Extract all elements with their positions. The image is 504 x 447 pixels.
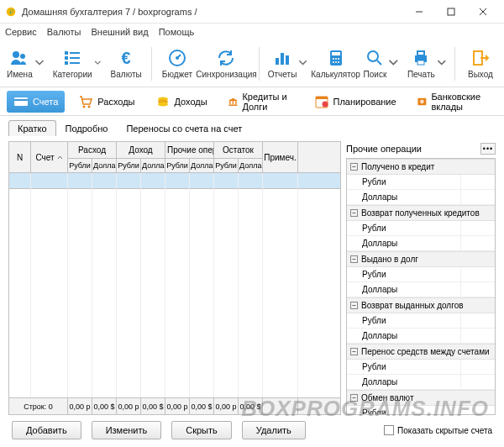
toolbar-print[interactable]: Печать — [407, 48, 446, 79]
svg-point-23 — [333, 58, 334, 60]
tree-row[interactable]: Доллары — [347, 282, 495, 297]
tree-row[interactable]: Доллары — [347, 190, 495, 205]
maximize-button[interactable] — [435, 2, 467, 22]
tree-row[interactable]: Рубли — [347, 360, 495, 375]
tree-row[interactable]: Рубли — [347, 313, 495, 329]
subtab-transfers[interactable]: Переносы со счета на счет — [117, 120, 251, 136]
svg-rect-42 — [229, 101, 230, 104]
col-note[interactable]: Примеч. — [263, 142, 297, 172]
tab-deposits[interactable]: Банковские вклады — [410, 88, 497, 115]
separator — [454, 47, 455, 81]
tree-row[interactable]: Рубли — [347, 221, 495, 236]
collapse-icon[interactable]: − — [350, 302, 358, 309]
col-balance[interactable]: Остаток — [214, 142, 262, 159]
svg-rect-44 — [235, 101, 236, 104]
euro-icon: € — [116, 48, 136, 68]
chevron-down-icon — [437, 53, 447, 73]
collapse-icon[interactable]: − — [350, 255, 358, 263]
svg-point-24 — [335, 58, 337, 60]
svg-rect-36 — [14, 99, 28, 101]
bank-icon — [228, 94, 239, 109]
menu-service[interactable]: Сервис — [5, 27, 37, 37]
svg-point-51 — [421, 101, 422, 102]
col-account[interactable]: Счет — [31, 142, 67, 172]
add-button[interactable]: Добавить — [12, 421, 81, 439]
calculator-icon — [326, 48, 346, 68]
tab-accounts[interactable]: Счета — [7, 91, 65, 113]
toolbar-currencies[interactable]: €Валюты — [109, 48, 143, 79]
tree-group-header[interactable]: −Обмен валют — [347, 390, 495, 406]
tree-row[interactable]: Доллары — [347, 375, 495, 390]
toolbar-budget[interactable]: Бюджет — [160, 48, 194, 79]
toolbar-names[interactable]: Имена — [7, 48, 45, 79]
collapse-icon[interactable]: − — [350, 209, 358, 217]
subtab-detailed[interactable]: Подробно — [56, 120, 118, 136]
menu-help[interactable]: Помощь — [159, 27, 195, 37]
table-footer: Строк: 0 0,00 р 0,00 $ 0,00 р 0,00 $ 0,0… — [9, 397, 340, 414]
show-hidden-checkbox[interactable]: Показать скрытые счета — [384, 425, 492, 435]
printer-icon — [411, 48, 431, 68]
col-income[interactable]: Доход — [117, 142, 165, 159]
svg-rect-10 — [65, 56, 68, 60]
sync-icon — [216, 48, 236, 68]
window-title: Домашняя бухгалтерия 7 / boxprograms / — [22, 7, 403, 17]
collapse-icon[interactable]: − — [350, 394, 358, 402]
coins-icon — [155, 94, 171, 109]
menu-currencies[interactable]: Валюты — [47, 27, 81, 37]
minimize-button[interactable] — [403, 2, 435, 22]
tab-planning[interactable]: Планирование — [307, 91, 403, 113]
separator — [259, 47, 260, 81]
delete-button[interactable]: Удалить — [242, 421, 306, 439]
tree-row[interactable]: Рубли — [347, 267, 495, 282]
svg-text:₽: ₽ — [9, 8, 13, 15]
tree-group-header[interactable]: −Выдано в долг — [347, 251, 495, 267]
collapse-icon[interactable]: − — [350, 348, 358, 355]
toolbar-sync[interactable]: Синхронизация — [202, 48, 250, 79]
svg-rect-3 — [448, 8, 454, 15]
svg-point-38 — [88, 105, 91, 108]
toolbar-categories[interactable]: Категории — [53, 48, 101, 79]
tree-group-header[interactable]: −Возврат полученных кредитов — [347, 205, 495, 221]
hide-button[interactable]: Скрыть — [171, 421, 232, 439]
toolbar-reports[interactable]: Отчеты — [268, 48, 308, 79]
app-icon: ₽ — [5, 6, 17, 18]
operations-tree[interactable]: −Получено в кредитРублиДоллары−Возврат п… — [346, 158, 496, 415]
svg-point-27 — [335, 61, 337, 63]
menu-view[interactable]: Внешний вид — [92, 27, 149, 37]
list-icon — [62, 48, 82, 68]
checkbox-icon[interactable] — [384, 425, 394, 435]
exit-icon — [470, 48, 491, 68]
svg-rect-45 — [228, 104, 237, 105]
svg-point-28 — [338, 61, 339, 63]
subtab-brief[interactable]: Кратко — [8, 120, 56, 136]
toolbar-exit[interactable]: Выход — [464, 48, 497, 79]
toolbar-calc[interactable]: Калькулятор — [316, 48, 354, 79]
svg-rect-18 — [276, 58, 279, 65]
tree-row[interactable]: Рубли — [347, 175, 495, 190]
svg-point-41 — [158, 102, 168, 106]
table-body[interactable] — [9, 173, 340, 397]
tree-group-header[interactable]: −Возврат выданных долгов — [347, 297, 495, 313]
tree-group-header[interactable]: −Получено в кредит — [347, 159, 495, 175]
toolbar-search[interactable]: Поиск — [364, 48, 399, 79]
col-expense[interactable]: Расход — [68, 142, 116, 159]
tree-row[interactable]: Рубли — [347, 406, 495, 415]
tab-expenses[interactable]: Расходы — [71, 91, 141, 113]
svg-point-6 — [13, 51, 19, 58]
col-other[interactable]: Прочие операции — [165, 142, 213, 159]
tab-income[interactable]: Доходы — [149, 91, 214, 113]
tab-credits[interactable]: Кредиты и Долги — [221, 88, 301, 115]
svg-rect-35 — [14, 97, 28, 106]
operations-title: Прочие операции — [346, 144, 422, 154]
tree-row[interactable]: Доллары — [347, 329, 495, 344]
col-n[interactable]: N — [9, 142, 30, 172]
collapse-icon[interactable]: − — [350, 163, 358, 171]
close-button[interactable] — [467, 2, 499, 22]
magnify-icon — [365, 48, 385, 68]
svg-rect-32 — [417, 51, 424, 55]
svg-rect-19 — [281, 53, 284, 65]
tree-group-header[interactable]: −Перенос средств между счетами — [347, 344, 495, 360]
edit-button[interactable]: Изменить — [92, 421, 162, 439]
more-button[interactable]: ••• — [480, 143, 496, 155]
tree-row[interactable]: Доллары — [347, 236, 495, 251]
